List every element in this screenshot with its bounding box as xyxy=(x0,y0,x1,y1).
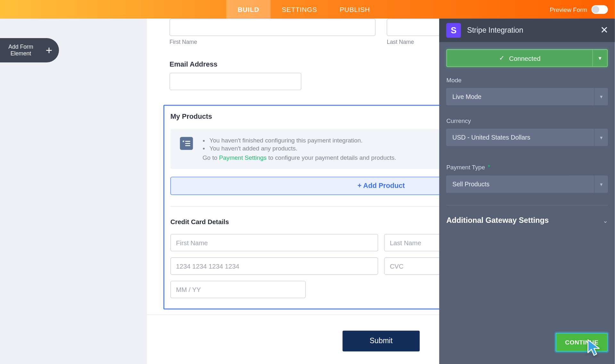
payment-settings-hint: Go to Payment Settings to configure your… xyxy=(202,154,396,161)
tab-publish[interactable]: PUBLISH xyxy=(328,0,381,19)
preview-form-toggle-group: Preview Form xyxy=(550,5,608,14)
currency-select[interactable]: USD - United States Dollars ▼ xyxy=(446,129,608,146)
connected-label: Connected xyxy=(509,54,540,62)
connection-status-button[interactable]: ✓ Connected ▼ xyxy=(446,49,608,67)
info-line-2: You haven't added any products. xyxy=(209,145,396,152)
mode-select[interactable]: Live Mode ▼ xyxy=(446,88,608,105)
chevron-down-icon: ▼ xyxy=(594,175,608,193)
add-form-element-label: Add FormElement xyxy=(0,43,39,57)
preview-form-toggle[interactable] xyxy=(592,5,608,14)
payment-type-select[interactable]: Sell Products ▼ xyxy=(446,175,608,193)
chevron-down-icon: ▼ xyxy=(594,88,608,105)
email-input[interactable] xyxy=(169,73,301,90)
submit-button[interactable]: Submit xyxy=(342,331,420,352)
close-icon[interactable]: ✕ xyxy=(600,25,608,36)
currency-label: Currency xyxy=(446,117,608,125)
payment-type-label: Payment Type* xyxy=(446,163,608,171)
cc-number[interactable] xyxy=(170,257,378,275)
stripe-integration-panel: S Stripe Integration ✕ ✓ Connected ▼ Mod… xyxy=(439,19,615,364)
toggle-knob xyxy=(593,6,600,13)
check-icon: ✓ xyxy=(499,54,505,62)
accordion-title: Additional Gateway Settings xyxy=(446,216,549,225)
panel-title: Stripe Integration xyxy=(467,26,594,35)
panel-separator xyxy=(446,205,608,205)
stripe-logo-icon: S xyxy=(446,23,461,38)
payment-type-value: Sell Products xyxy=(446,181,594,188)
svg-rect-3 xyxy=(185,145,190,146)
preview-form-label: Preview Form xyxy=(550,6,587,13)
currency-value: USD - United States Dollars xyxy=(446,134,594,141)
checklist-icon xyxy=(180,137,193,150)
mode-label: Mode xyxy=(446,77,608,84)
add-form-element-button[interactable]: Add FormElement + xyxy=(0,38,59,62)
chevron-down-icon: ▼ xyxy=(594,129,608,146)
required-star-icon: * xyxy=(488,163,490,171)
svg-rect-1 xyxy=(185,141,190,142)
top-nav: BUILD SETTINGS PUBLISH Preview Form xyxy=(0,0,615,19)
payment-settings-link[interactable]: Payment Settings xyxy=(219,154,267,161)
cc-first-name[interactable] xyxy=(170,234,378,251)
info-line-1: You haven't finished configuring this pa… xyxy=(209,137,396,144)
chevron-down-icon: ⌄ xyxy=(603,217,608,224)
panel-header: S Stripe Integration ✕ xyxy=(439,19,615,42)
additional-gateway-accordion[interactable]: Additional Gateway Settings ⌄ xyxy=(446,214,608,233)
tab-settings[interactable]: SETTINGS xyxy=(270,0,328,19)
svg-rect-2 xyxy=(185,143,190,144)
cc-expiry[interactable] xyxy=(170,281,306,298)
plus-icon: + xyxy=(39,44,59,57)
first-name-input[interactable] xyxy=(169,19,375,36)
mode-value: Live Mode xyxy=(446,93,594,100)
first-name-sublabel: First Name xyxy=(169,38,375,45)
continue-button[interactable]: CONTINUE xyxy=(555,333,608,352)
nav-tabs: BUILD SETTINGS PUBLISH xyxy=(226,0,381,19)
connection-dropdown-arrow[interactable]: ▼ xyxy=(593,50,607,66)
tab-build[interactable]: BUILD xyxy=(226,0,271,19)
